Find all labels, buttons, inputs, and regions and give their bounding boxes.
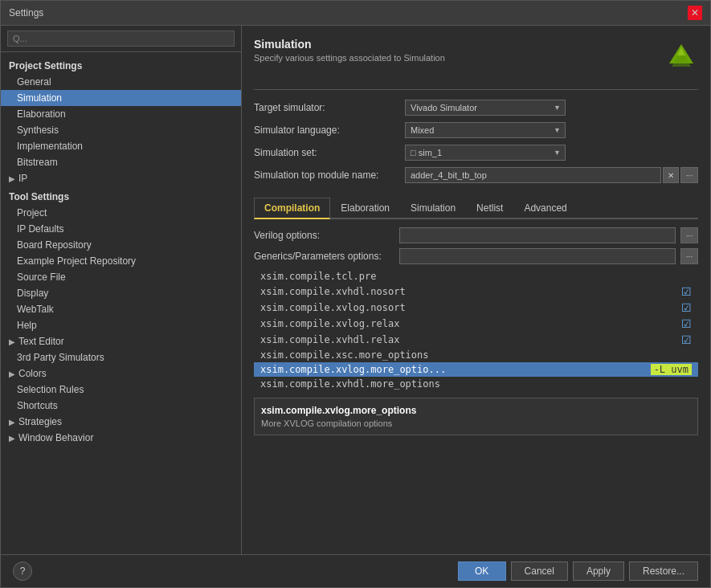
row-xsc-more-options[interactable]: xsim.compile.xsc.more_options [254,348,698,362]
generics-options-label: Generics/Parameters options: [254,251,394,262]
search-input[interactable] [7,31,235,47]
sidebar-item-selection-rules[interactable]: Selection Rules [1,382,241,398]
simulator-language-row: Simulator language: Mixed [254,122,698,138]
info-box-description: More XVLOG compilation options [261,419,691,428]
arrow-icon: ▶ [9,337,15,346]
section-info: Simulation Specify various settings asso… [254,38,445,75]
clear-button[interactable]: ✕ [663,167,679,183]
row-label: xsim.compile.xvlog.relax [260,318,681,329]
sidebar-item-text-editor[interactable]: ▶Text Editor [1,333,241,349]
sidebar-item-simulation[interactable]: Simulation [1,90,241,106]
target-simulator-row: Target simulator: Vivado Simulator [254,100,698,116]
item-label: Board Repository [17,239,92,251]
sidebar-item-source[interactable]: Source File [1,269,241,285]
simulation-set-row: Simulation set: □ sim_1 [254,145,698,161]
sidebar-item-implementation[interactable]: Implementation [1,138,241,154]
sidebar-item-webtalk[interactable]: WebTalk [1,301,241,317]
sidebar-item-project[interactable]: Project [1,205,241,221]
item-label: IP [18,173,27,184]
item-label: Selection Rules [17,384,84,395]
checkbox-list: xsim.compile.tcl.pre xsim.compile.xvhdl.… [254,269,698,391]
simulation-set-label: Simulation set: [254,147,398,158]
simulation-set-select-wrapper: □ sim_1 [405,145,566,161]
row-label: xsim.compile.xvhdl.relax [260,334,681,345]
sidebar-item-example-project-repository[interactable]: Example Project Repository [1,253,241,269]
sidebar-item-elaboration[interactable]: Elaboration [1,106,241,122]
tab-netlist[interactable]: Netlist [466,198,513,218]
tab-elaboration[interactable]: Elaboration [330,198,400,218]
help-button[interactable]: ? [13,561,32,581]
simulation-set-select[interactable]: □ sim_1 [405,145,566,161]
item-label: Project [17,207,47,218]
ok-button[interactable]: OK [458,561,506,581]
row-label: xsim.compile.xsc.more_options [260,349,692,361]
row-xvhdl-more-options[interactable]: xsim.compile.xvhdl.more_options [254,377,698,391]
section-description: Specify various settings associated to S… [254,53,445,63]
close-button[interactable]: ✕ [688,6,702,20]
search-box [1,26,241,52]
item-label: Display [17,288,48,299]
left-panel: Project Settings General Simulation Elab… [1,26,242,554]
sidebar-item-help[interactable]: Help [1,317,241,333]
restore-button[interactable]: Restore... [629,561,698,581]
simulator-language-select[interactable]: Mixed [405,122,566,138]
section-title: Simulation [254,38,445,51]
arrow-icon: ▶ [9,174,15,183]
section-divider [254,89,698,90]
item-label: WebTalk [17,304,54,315]
apply-button[interactable]: Apply [573,561,624,581]
sidebar-item-shortcuts[interactable]: Shortcuts [1,398,241,414]
info-box-title: xsim.compile.xvlog.more_options [261,405,691,416]
item-label: 3rd Party Simulators [17,352,104,363]
target-simulator-select-wrapper: Vivado Simulator [405,100,566,116]
sidebar-item-strategies[interactable]: ▶Strategies [1,414,241,430]
sidebar-item-colors[interactable]: ▶Colors [1,365,241,382]
cancel-button[interactable]: Cancel [511,561,568,581]
row-xvhdl-relax[interactable]: xsim.compile.xvhdl.relax ☑ [254,332,698,348]
verilog-options-input[interactable] [399,227,676,243]
sidebar-item-ip-defaults[interactable]: IP Defaults [1,221,241,237]
right-panel: Simulation Specify various settings asso… [242,26,710,554]
item-label: Elaboration [17,108,66,120]
sidebar-item-board-repository[interactable]: Board Repository [1,237,241,253]
row-xvlog-relax[interactable]: xsim.compile.xvlog.relax ☑ [254,316,698,332]
tab-simulation[interactable]: Simulation [400,198,466,218]
sidebar-item-ip[interactable]: ▶IP [1,170,241,186]
generics-options-input[interactable] [399,248,676,264]
sidebar-item-window-behavior[interactable]: ▶Window Behavior [1,430,241,446]
row-xvlog-more-options[interactable]: xsim.compile.xvlog.more_optio... -L uvm [254,362,698,377]
simulator-language-select-wrapper: Mixed [405,122,566,138]
browse-button[interactable]: ··· [680,167,698,183]
item-label: Implementation [17,141,83,152]
tab-advanced[interactable]: Advanced [513,198,577,218]
row-xvhdl-nosort[interactable]: xsim.compile.xvhdl.nosort ☑ [254,284,698,300]
verilog-options-browse[interactable]: ··· [680,227,698,243]
arrow-icon: ▶ [9,418,15,427]
sidebar-item-bitstream[interactable]: Bitstream [1,154,241,170]
sidebar-item-synthesis[interactable]: Synthesis [1,122,241,138]
compilation-tab-content: Verilog options: ··· Generics/Parameters… [254,227,698,542]
generics-options-browse[interactable]: ··· [680,248,698,264]
sidebar-item-general[interactable]: General [1,74,241,90]
tab-compilation[interactable]: Compilation [254,198,330,219]
item-label: Source File [17,272,66,283]
tabs-bar: Compilation Elaboration Simulation Netli… [254,198,698,219]
checkbox-checked-icon: ☑ [681,333,692,346]
simulation-top-module-row: Simulation top module name: ✕ ··· [254,167,698,183]
sidebar-item-3rd-party[interactable]: 3rd Party Simulators [1,349,241,365]
verilog-options-label: Verilog options: [254,230,394,241]
verilog-options-row: Verilog options: ··· [254,227,698,243]
info-box: xsim.compile.xvlog.more_options More XVL… [254,398,698,435]
row-xvlog-nosort[interactable]: xsim.compile.xvlog.nosort ☑ [254,300,698,316]
simulation-top-module-input[interactable] [405,167,661,183]
item-label: Strategies [18,416,62,427]
sidebar-item-display[interactable]: Display [1,285,241,301]
item-label: Window Behavior [18,432,93,443]
item-label: Help [17,320,37,331]
simulation-top-module-label: Simulation top module name: [254,169,398,181]
simulator-language-label: Simulator language: [254,125,398,136]
titlebar: Settings ✕ [1,1,710,26]
row-tcl-pre[interactable]: xsim.compile.tcl.pre [254,269,698,284]
section-header-area: Simulation Specify various settings asso… [254,38,698,77]
target-simulator-select[interactable]: Vivado Simulator [405,100,566,116]
